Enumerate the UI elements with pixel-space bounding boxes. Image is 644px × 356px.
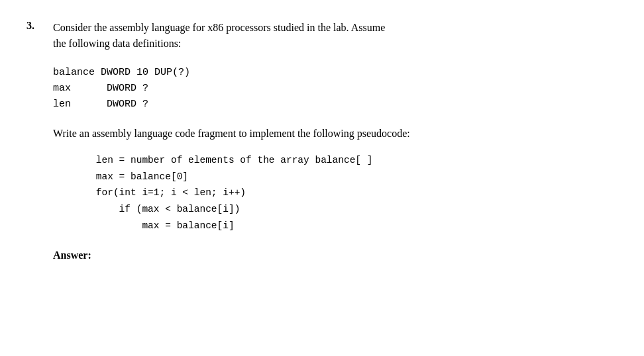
pseudocode-block: len = number of elements of the array ba… (73, 152, 617, 234)
question-body: Consider the assembly language for x86 p… (53, 20, 617, 261)
pseudo-line-2: max = balance[0] (73, 169, 617, 185)
data-def-line-2: max DWORD ? (53, 81, 617, 97)
data-def-line-3: len DWORD ? (53, 97, 617, 112)
question-container: 3. Consider the assembly language for x8… (27, 20, 617, 261)
question-intro: Consider the assembly language for x86 p… (53, 20, 617, 52)
pseudocode-intro: Write an assembly language code fragment… (53, 126, 617, 142)
pseudo-line-1: len = number of elements of the array ba… (73, 152, 617, 169)
data-def-line-1: balance DWORD 10 DUP(?) (53, 65, 617, 81)
intro-line2: the following data definitions: (53, 38, 181, 49)
intro-line1: Consider the assembly language for x86 p… (53, 22, 385, 33)
question-number: 3. (27, 20, 53, 32)
pseudo-line-3: for(int i=1; i < len; i++) (73, 185, 617, 201)
data-definitions-block: balance DWORD 10 DUP(?) max DWORD ? len … (53, 65, 617, 112)
pseudo-line-5: max = balance[i] (73, 218, 617, 234)
pseudo-line-4: if (max < balance[i]) (73, 201, 617, 218)
answer-label: Answer: (53, 249, 617, 261)
